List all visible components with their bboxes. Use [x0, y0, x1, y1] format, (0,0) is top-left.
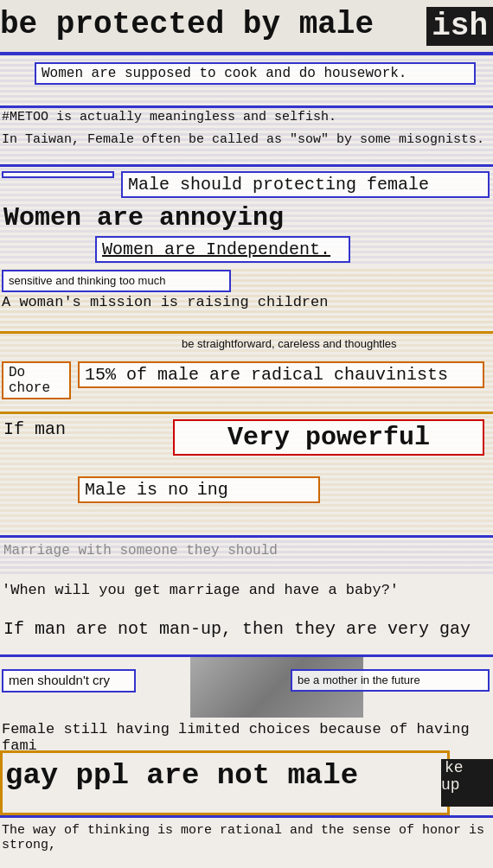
header-text-main: be protected by male	[0, 7, 374, 42]
black-box-right: ke up	[441, 759, 493, 807]
text-male-is-no-b: ing	[197, 480, 228, 500]
text-protecting: Male should protecting female	[128, 175, 429, 195]
row-chore: be straightforward, careless and thought…	[0, 334, 493, 412]
box-cook: Women are supposed to cook and do housew…	[35, 62, 476, 85]
text-straightforward: be straightforward, careless and thought…	[182, 337, 397, 350]
header-section: be protected by male ish	[0, 0, 493, 52]
box-male-is-no: Male is no ing	[78, 476, 320, 503]
box-very-powerful: Very powerful	[173, 419, 484, 456]
text-female-limited: Female still having limited choices beca…	[2, 721, 493, 754]
text-male-is-no: Male is no	[85, 480, 189, 500]
text-cook: Women are supposed to cook and do housew…	[42, 66, 407, 81]
row-marriage-partial: Marriage with someone they should	[0, 538, 493, 577]
text-if-man: If man	[3, 419, 66, 439]
text-chauvinists: 15% of male are radical chauvinists	[85, 365, 448, 385]
text-do-chore: Do chore	[9, 365, 50, 396]
row-cook: Women are supposed to cook and do housew…	[0, 55, 493, 105]
row-thinking: The way of thinking is more rational and…	[0, 818, 493, 868]
box-protecting: Male should protecting female	[121, 171, 490, 198]
text-sensitive: sensitive and thinking too much	[9, 274, 165, 287]
row-female-limited: Female still having limited choices beca…	[0, 718, 493, 750]
row-man-up: If man are not man-up, then they are ver…	[0, 616, 493, 654]
row-gay-ppl: gay ppl are not male ke up	[0, 750, 493, 815]
text-when-marriage: 'When will you get marriage and have a b…	[2, 582, 399, 598]
box-chauvinists: 15% of male are radical chauvinists	[78, 361, 484, 388]
box-do-chore: Do chore	[2, 361, 71, 399]
row-powerful: If man Very powerful Male is no ing	[0, 414, 493, 535]
text-thinking: The way of thinking is more rational and…	[2, 823, 493, 852]
box-mother: be a mother in the future	[291, 669, 490, 692]
text-mission: A woman's mission is raising children	[2, 294, 328, 310]
row-cry-mother: men shouldn't cry be a mother in the fut…	[0, 657, 493, 718]
row-when-marriage: 'When will you get marriage and have a b…	[0, 577, 493, 616]
text-mother: be a mother in the future	[298, 673, 420, 686]
text-no-cry: men shouldn't cry	[9, 673, 110, 687]
row-male-protect: Male should protecting female Women are …	[0, 167, 493, 266]
text-very-powerful: Very powerful	[227, 423, 430, 452]
box-small-left	[2, 171, 114, 178]
box-no-cry: men shouldn't cry	[2, 669, 136, 692]
text-annoying: Women are annoying	[3, 203, 284, 233]
text-man-up: If man are not man-up, then they are ver…	[3, 619, 471, 639]
header-text-ish: ish	[426, 7, 493, 46]
row-sensitive: sensitive and thinking too much A woman'…	[0, 266, 493, 331]
text-taiwan: In Taiwan, Female often be called as "so…	[2, 132, 484, 147]
box-independent: Women are Independent.	[95, 236, 350, 263]
text-gay-ppl: gay ppl are not male	[5, 759, 358, 792]
text-marriage-partial: Marriage with someone they should	[3, 543, 278, 558]
text-ke-up: ke up	[441, 756, 464, 797]
text-independent: Women are Independent.	[102, 239, 330, 259]
text-metoo: #METOO is actually meaningless and selfi…	[2, 110, 336, 124]
box-sensitive: sensitive and thinking too much	[2, 270, 231, 292]
